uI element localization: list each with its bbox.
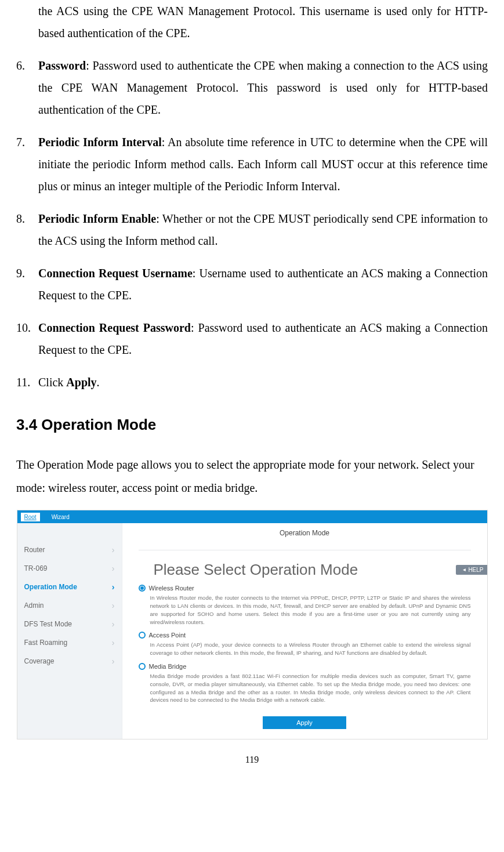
sidebar: Router› TR-069› Operation Mode› Admin› D… [17, 523, 122, 739]
chevron-right-icon: › [112, 582, 115, 592]
apply-button[interactable]: Apply [263, 716, 346, 729]
sidebar-item-admin[interactable]: Admin› [17, 596, 122, 615]
panel-heading: Please Select Operation Mode [154, 561, 471, 579]
radio-icon[interactable] [139, 585, 146, 592]
section-heading: 3.4 Operation Mode [16, 411, 488, 439]
list-text: Connection Request Username: Username us… [38, 262, 488, 306]
mode-radio-row[interactable]: Access Point [139, 632, 471, 639]
tab-wizard[interactable]: Wizard [48, 513, 73, 521]
sidebar-item-coverage[interactable]: Coverage› [17, 652, 122, 670]
list-item-10: 10. Connection Request Password: Passwor… [16, 317, 488, 361]
sidebar-item-label: Operation Mode [24, 583, 77, 591]
chevron-right-icon: › [112, 545, 115, 554]
list-text: the ACS using the CPE WAN Management Pro… [38, 0, 488, 44]
tab-root[interactable]: Root [21, 513, 40, 521]
sidebar-item-label: TR-069 [24, 564, 48, 572]
mode-option-wireless-router: Wireless Router In Wireless Router mode,… [139, 585, 471, 626]
sidebar-item-label: Coverage [24, 657, 55, 665]
list-text: Click Apply. [38, 371, 488, 393]
embedded-screenshot: Root Wizard Router› TR-069› Operation Mo… [17, 510, 488, 739]
mode-description: In Access Point (AP) mode, your device c… [139, 641, 471, 657]
sidebar-item-router[interactable]: Router› [17, 541, 122, 559]
intro-paragraph: The Operation Mode page allows you to se… [16, 453, 488, 499]
radio-icon[interactable] [139, 663, 146, 670]
mode-label: Access Point [149, 632, 186, 639]
list-number: 7. [16, 131, 38, 197]
sidebar-item-label: Fast Roaming [24, 639, 68, 647]
help-button[interactable]: HELP [456, 565, 487, 575]
mode-radio-row[interactable]: Media Bridge [139, 663, 471, 670]
screenshot-body: Router› TR-069› Operation Mode› Admin› D… [17, 523, 487, 739]
list-item-7: 7. Periodic Inform Interval: An absolute… [16, 131, 488, 197]
list-item-5-continuation: the ACS using the CPE WAN Management Pro… [16, 0, 488, 44]
list-item-11: 11. Click Apply. [16, 371, 488, 393]
sidebar-item-label: DFS Test Mode [24, 620, 72, 628]
mode-description: In Wireless Router mode, the router conn… [139, 594, 471, 626]
page-number: 119 [16, 751, 488, 768]
sidebar-item-dfs-test-mode[interactable]: DFS Test Mode› [17, 615, 122, 633]
chevron-right-icon: › [112, 564, 115, 573]
panel-title: Operation Mode [139, 527, 471, 550]
list-item-6: 6. Password: Password used to authentica… [16, 55, 488, 121]
numbered-list: the ACS using the CPE WAN Management Pro… [16, 0, 488, 393]
chevron-right-icon: › [112, 619, 115, 629]
mode-option-access-point: Access Point In Access Point (AP) mode, … [139, 632, 471, 657]
sidebar-item-tr069[interactable]: TR-069› [17, 559, 122, 578]
list-item-9: 9. Connection Request Username: Username… [16, 262, 488, 306]
main-panel: Operation Mode HELP Please Select Operat… [122, 523, 487, 739]
list-number: 8. [16, 208, 38, 252]
chevron-right-icon: › [112, 638, 115, 647]
apply-row: Apply [139, 710, 471, 732]
mode-description: Media Bridge mode provides a fast 802.11… [139, 672, 471, 704]
list-text: Connection Request Password: Password us… [38, 317, 488, 361]
list-item-8: 8. Periodic Inform Enable: Whether or no… [16, 208, 488, 252]
document-body: the ACS using the CPE WAN Management Pro… [16, 0, 488, 768]
mode-option-media-bridge: Media Bridge Media Bridge mode provides … [139, 663, 471, 704]
list-text: Periodic Inform Interval: An absolute ti… [38, 131, 488, 197]
list-text: Periodic Inform Enable: Whether or not t… [38, 208, 488, 252]
mode-label: Wireless Router [149, 585, 194, 592]
tab-bar: Root Wizard [17, 510, 487, 523]
mode-label: Media Bridge [149, 663, 187, 670]
list-text: Password: Password used to authenticate … [38, 55, 488, 121]
sidebar-item-fast-roaming[interactable]: Fast Roaming› [17, 633, 122, 652]
list-number: 11. [16, 371, 38, 393]
chevron-right-icon: › [112, 657, 115, 666]
radio-icon[interactable] [139, 632, 146, 639]
mode-radio-row[interactable]: Wireless Router [139, 585, 471, 592]
list-number: 9. [16, 262, 38, 306]
sidebar-item-operation-mode[interactable]: Operation Mode› [17, 578, 122, 596]
sidebar-item-label: Admin [24, 601, 44, 610]
list-number: 10. [16, 317, 38, 361]
list-number: 6. [16, 55, 38, 121]
sidebar-item-label: Router [24, 546, 45, 554]
chevron-right-icon: › [112, 601, 115, 610]
